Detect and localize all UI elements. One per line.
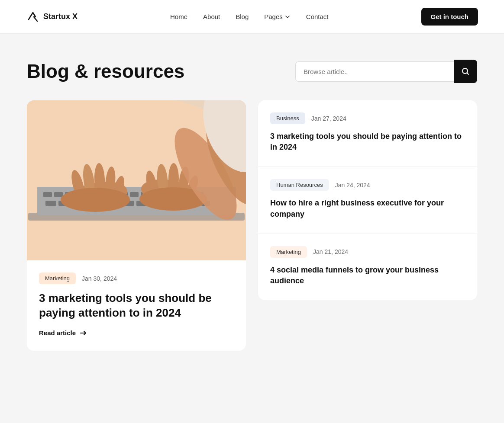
svg-rect-12 (130, 192, 139, 197)
blog-grid: Marketing Jan 30, 2024 3 marketing tools… (27, 100, 477, 351)
search-input[interactable] (295, 61, 454, 82)
svg-rect-4 (43, 192, 52, 197)
featured-date: Jan 30, 2024 (82, 275, 117, 282)
sidebar-article-tag: Business (270, 112, 305, 124)
featured-title: 3 marketing tools you should be paying a… (39, 291, 234, 320)
svg-rect-19 (45, 201, 56, 206)
svg-point-38 (61, 188, 130, 212)
logo-icon (26, 10, 40, 24)
featured-article: Marketing Jan 30, 2024 3 marketing tools… (27, 100, 246, 351)
nav-pages[interactable]: Pages (264, 13, 291, 20)
sidebar-article-meta: MarketingJan 21, 2024 (270, 246, 465, 258)
sidebar-article-title: 4 social media funnels to grow your busi… (270, 265, 465, 286)
sidebar-article-tag: Marketing (270, 246, 307, 258)
sidebar-article-date: Jan 21, 2024 (313, 248, 348, 255)
sidebar-article: Human ResourcesJan 24, 2024How to hire a… (258, 167, 477, 234)
featured-image (27, 100, 246, 260)
sidebar-article: MarketingJan 21, 20244 social media funn… (258, 234, 477, 300)
sidebar-article-date: Jan 27, 2024 (311, 115, 346, 122)
nav-contact[interactable]: Contact (306, 13, 329, 20)
sidebar-article-title: 3 marketing tools you should be paying a… (270, 131, 465, 153)
sidebar-article-meta: Human ResourcesJan 24, 2024 (270, 179, 465, 191)
featured-meta: Marketing Jan 30, 2024 (39, 272, 234, 284)
search-button[interactable] (454, 60, 477, 83)
get-in-touch-button[interactable]: Get in touch (421, 8, 478, 26)
search-bar (295, 60, 477, 83)
read-article-link[interactable]: Read article (39, 329, 234, 337)
featured-body: Marketing Jan 30, 2024 3 marketing tools… (27, 260, 246, 351)
logo[interactable]: Startux X (26, 10, 78, 24)
nav-home[interactable]: Home (170, 13, 187, 20)
nav-blog[interactable]: Blog (236, 13, 249, 20)
sidebar-article: BusinessJan 27, 20243 marketing tools yo… (258, 100, 477, 167)
laptop-illustration (27, 100, 246, 260)
nav-about[interactable]: About (203, 13, 220, 20)
chevron-down-icon (284, 14, 291, 20)
sidebar-article-meta: BusinessJan 27, 2024 (270, 112, 465, 124)
arrow-right-icon (79, 329, 87, 337)
sidebar-article-title: How to hire a right business executive f… (270, 198, 465, 219)
featured-tag: Marketing (39, 272, 76, 284)
brand-name: Startux X (43, 12, 78, 21)
svg-rect-5 (54, 192, 63, 197)
sidebar-article-tag: Human Resources (270, 179, 329, 191)
search-icon (461, 67, 470, 76)
sidebar-articles: BusinessJan 27, 20243 marketing tools yo… (258, 100, 477, 351)
sidebar-article-date: Jan 24, 2024 (335, 182, 370, 189)
page-title: Blog & resources (27, 61, 184, 82)
